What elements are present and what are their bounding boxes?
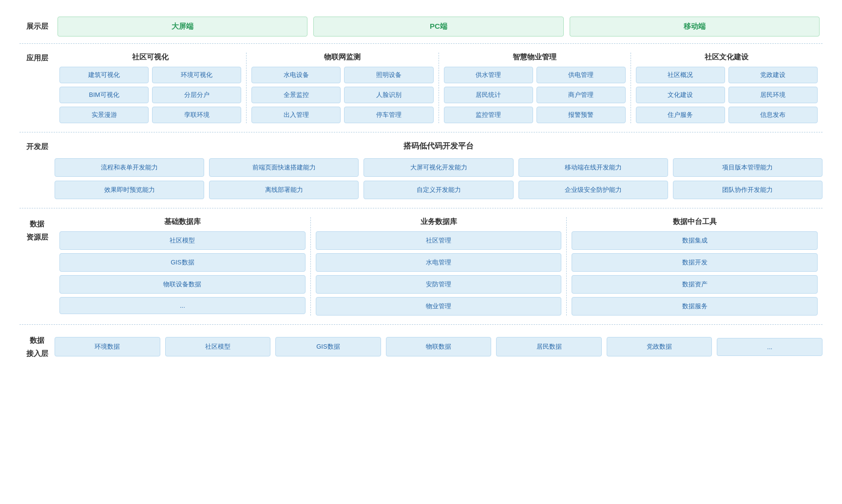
app-group-visualization-title: 社区可视化	[59, 53, 241, 62]
dev-tag: 效果即时预览能力	[55, 181, 204, 199]
access-tag: 物联数据	[386, 337, 492, 356]
app-tag: 住户服务	[636, 107, 725, 123]
app-group-property: 智慧物业管理 供水管理 供电管理 居民统计 商户管理 监控管理 报警预警	[439, 53, 631, 123]
app-layer: 应用层 社区可视化 建筑可视化 环境可视化 BIM可视化 分层分户 实景漫游 孪…	[19, 44, 823, 132]
app-layer-content: 社区可视化 建筑可视化 环境可视化 BIM可视化 分层分户 实景漫游 孪联环境 …	[55, 53, 823, 123]
app-tag: 孪联环境	[152, 107, 241, 123]
dev-tag: 大屏可视化开发能力	[364, 158, 513, 177]
dev-tag: 自定义开发能力	[364, 181, 513, 199]
dev-tag: 流程和表单开发能力	[55, 158, 204, 177]
display-cell-bigscreen: 大屏端	[57, 17, 307, 37]
access-tag: 居民数据	[496, 337, 602, 356]
app-grid-visualization: 建筑可视化 环境可视化 BIM可视化 分层分户 实景漫游 孪联环境	[59, 67, 241, 123]
dev-tag: 项目版本管理能力	[673, 158, 823, 177]
app-tag: 商户管理	[536, 87, 626, 103]
data-tag: 物联设备数据	[59, 275, 306, 294]
diagram: 展示层 大屏端 PC端 移动端 应用层 社区可视化 建筑可视化 环境可视化 BI…	[0, 0, 842, 504]
data-group-platform-title: 数据中台工具	[572, 217, 818, 226]
data-resource-layer-label: 数据 资源层	[19, 217, 55, 243]
app-tag: 照明设备	[344, 67, 433, 83]
app-group-property-title: 智慧物业管理	[444, 53, 626, 62]
app-grid-property: 供水管理 供电管理 居民统计 商户管理 监控管理 报警预警	[444, 67, 626, 123]
dev-tag: 团队协作开发能力	[673, 181, 823, 199]
data-group-base-title: 基础数据库	[59, 217, 306, 226]
data-tag: 物业管理	[316, 297, 562, 316]
dev-layer-label: 开发层	[19, 141, 55, 152]
app-tag: 全景监控	[251, 87, 341, 103]
app-tag: 分层分户	[152, 87, 241, 103]
data-resource-layer: 数据 资源层 基础数据库 社区模型 GIS数据 物联设备数据 ... 业务数据库…	[19, 208, 823, 325]
data-tag: 数据资产	[572, 275, 818, 294]
data-tag: 安防管理	[316, 275, 562, 294]
access-layer: 数据 接入层 环境数据 社区模型 GIS数据 物联数据 居民数据 党政数据 ..…	[19, 325, 823, 369]
data-group-business: 业务数据库 社区管理 水电管理 安防管理 物业管理	[311, 217, 567, 316]
app-group-iot: 物联网监测 水电设备 照明设备 全景监控 人脸识别 出入管理 停车管理	[247, 53, 439, 123]
dev-layer-content: 搭码低代码开发平台 流程和表单开发能力 前端页面快速搭建能力 大屏可视化开发能力…	[55, 141, 823, 199]
data-resource-layer-content: 基础数据库 社区模型 GIS数据 物联设备数据 ... 业务数据库 社区管理 水…	[55, 217, 823, 316]
data-group-base: 基础数据库 社区模型 GIS数据 物联设备数据 ...	[55, 217, 311, 316]
display-cell-pc: PC端	[313, 17, 563, 37]
dev-tag: 前端页面快速搭建能力	[209, 158, 359, 177]
app-tag: 供水管理	[444, 67, 533, 83]
app-tag: 供电管理	[536, 67, 626, 83]
access-tag: 社区模型	[165, 337, 271, 356]
app-tag: 水电设备	[251, 67, 341, 83]
dev-tag: 移动端在线开发能力	[518, 158, 668, 177]
app-grid-iot: 水电设备 照明设备 全景监控 人脸识别 出入管理 停车管理	[251, 67, 433, 123]
data-tag: 数据服务	[572, 297, 818, 316]
app-group-culture: 社区文化建设 社区概况 党政建设 文化建设 居民环境 住户服务 信息发布	[631, 53, 823, 123]
data-tag: 数据集成	[572, 231, 818, 250]
access-layer-label: 数据 接入层	[19, 334, 55, 360]
dev-platform-title: 搭码低代码开发平台	[55, 141, 823, 151]
app-tag: 报警预警	[536, 107, 626, 123]
app-tag: 文化建设	[636, 87, 725, 103]
access-tag: GIS数据	[275, 337, 381, 356]
app-tag: 人脸识别	[344, 87, 433, 103]
app-tag: 实景漫游	[59, 107, 149, 123]
app-group-iot-title: 物联网监测	[251, 53, 433, 62]
app-tag: BIM可视化	[59, 87, 149, 103]
app-tag: 社区概况	[636, 67, 725, 83]
access-layer-content: 环境数据 社区模型 GIS数据 物联数据 居民数据 党政数据 ...	[55, 334, 823, 360]
app-tag: 党政建设	[728, 67, 818, 83]
app-tag: 居民环境	[728, 87, 818, 103]
data-group-platform: 数据中台工具 数据集成 数据开发 数据资产 数据服务	[567, 217, 823, 316]
dev-tag: 离线部署能力	[209, 181, 359, 199]
display-layer-label: 展示层	[19, 17, 55, 37]
data-group-business-title: 业务数据库	[316, 217, 562, 226]
app-layer-label: 应用层	[19, 53, 55, 64]
access-tag: 党政数据	[607, 337, 712, 356]
app-grid-culture: 社区概况 党政建设 文化建设 居民环境 住户服务 信息发布	[636, 67, 818, 123]
dev-row-2: 效果即时预览能力 离线部署能力 自定义开发能力 企业级安全防护能力 团队协作开发…	[55, 181, 823, 199]
data-tag: 数据开发	[572, 253, 818, 272]
app-group-culture-title: 社区文化建设	[636, 53, 818, 62]
app-tag: 停车管理	[344, 107, 433, 123]
data-tag: 水电管理	[316, 253, 562, 272]
app-tag: 信息发布	[728, 107, 818, 123]
app-tag: 环境可视化	[152, 67, 241, 83]
data-tag: 社区管理	[316, 231, 562, 250]
app-tag: 监控管理	[444, 107, 533, 123]
access-tag: 环境数据	[55, 337, 160, 356]
data-tag: 社区模型	[59, 231, 306, 250]
dev-layer: 开发层 搭码低代码开发平台 流程和表单开发能力 前端页面快速搭建能力 大屏可视化…	[19, 132, 823, 208]
display-layer: 展示层 大屏端 PC端 移动端	[19, 10, 823, 44]
dev-row-1: 流程和表单开发能力 前端页面快速搭建能力 大屏可视化开发能力 移动端在线开发能力…	[55, 158, 823, 177]
app-tag: 建筑可视化	[59, 67, 149, 83]
display-layer-content: 大屏端 PC端 移动端	[55, 17, 823, 37]
dev-tag: 企业级安全防护能力	[518, 181, 668, 199]
access-tag: ...	[717, 338, 823, 356]
data-tag: GIS数据	[59, 253, 306, 272]
display-cell-mobile: 移动端	[570, 17, 820, 37]
app-group-visualization: 社区可视化 建筑可视化 环境可视化 BIM可视化 分层分户 实景漫游 孪联环境	[55, 53, 247, 123]
app-tag: 出入管理	[251, 107, 341, 123]
data-tag: ...	[59, 297, 306, 314]
app-tag: 居民统计	[444, 87, 533, 103]
